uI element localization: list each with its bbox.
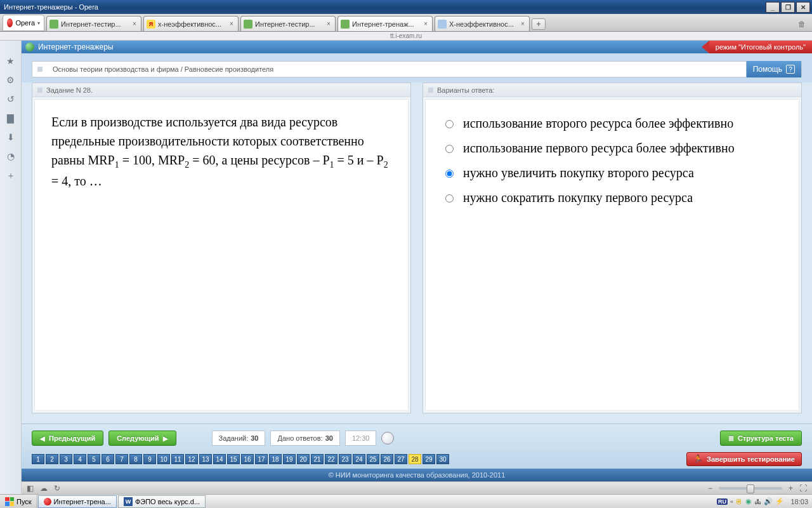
question-number-button[interactable]: 22 [325,454,337,464]
question-number-button[interactable]: 5 [88,454,100,464]
window-buttons: _ ❐ ✕ [766,2,810,13]
battery-icon[interactable]: ⚡ [775,497,784,505]
add-panel-icon[interactable]: ＋ [6,170,15,182]
favicon-icon [244,20,252,29]
restore-button[interactable]: ❐ [781,2,795,13]
answer-option[interactable]: нужно увеличить покупку второго ресурса [442,166,782,180]
test-structure-button[interactable]: ≣ Структура теста [720,431,802,446]
zoom-in-icon[interactable]: + [789,484,793,493]
cloud-icon[interactable]: ☁ [40,484,48,493]
browser-tab[interactable]: Ях-неэффективнос...× [143,16,239,31]
taskbar-item[interactable]: Интернет-трена... [38,495,117,508]
question-number-button[interactable]: 28 [409,454,421,464]
question-number-button[interactable]: 21 [311,454,324,464]
start-button[interactable]: Пуск [0,495,37,509]
tab-close-icon[interactable]: × [519,20,527,27]
fit-width-icon[interactable]: ⛶ [799,484,807,493]
question-number-button[interactable]: 18 [269,454,282,464]
question-number-button[interactable]: 15 [227,454,240,464]
question-number-button[interactable]: 26 [381,454,393,464]
browser-panel-sidebar: ★ ⚙ ↺ ▇ ⬇ ◔ ＋ [0,41,22,494]
question-number-button[interactable]: 27 [395,454,407,464]
browser-tab[interactable]: Х-неэффективнос...× [435,16,530,31]
question-number-button[interactable]: 16 [241,454,254,464]
answers-panel: Варианты ответа: использование второго р… [422,83,802,413]
tab-close-icon[interactable]: × [325,20,332,27]
question-number-button[interactable]: 30 [436,454,449,464]
question-number-button[interactable]: 25 [367,454,379,464]
word-icon: W [124,497,133,506]
tab-close-icon[interactable]: × [131,20,138,27]
note-icon[interactable]: ▇ [7,113,14,123]
question-number-button[interactable]: 8 [129,454,142,464]
antivirus-icon[interactable]: ◉ [745,497,752,505]
page-title: Интернет-тренажеры [38,43,114,51]
answer-option[interactable]: нужно сократить покупку первого ресурса [442,190,782,205]
answer-radio[interactable] [445,170,454,178]
sync-icon[interactable]: ↺ [7,94,15,104]
question-number-button[interactable]: 19 [283,454,296,464]
gear-icon[interactable]: ⚙ [6,75,15,85]
question-number-button[interactable]: 12 [185,454,198,464]
question-number-button[interactable]: 7 [115,454,128,464]
tab-close-icon[interactable]: × [228,20,235,27]
question-number-button[interactable]: 14 [213,454,226,464]
star-icon[interactable]: ★ [6,56,15,66]
minimize-button[interactable]: _ [766,2,780,13]
question-number-button[interactable]: 9 [143,454,156,464]
browser-tab[interactable]: Интернет-тренаж...× [337,16,433,31]
next-button[interactable]: Следующий▶ [108,431,176,446]
question-number-button[interactable]: 29 [422,454,435,464]
clock-icon [381,432,394,444]
close-button[interactable]: ✕ [796,2,810,13]
answer-text: использование второго ресурса более эффе… [463,116,733,131]
tasks-total-box: Заданий: 30 [212,431,266,446]
question-number-button[interactable]: 24 [353,454,365,464]
browser-tab[interactable]: Интернет-тестир...× [240,16,336,31]
question-number-button[interactable]: 20 [297,454,310,464]
prev-button[interactable]: ◀Предыдущий [32,431,103,446]
chevron-down-icon: ▾ [37,20,40,26]
answer-radio[interactable] [445,120,454,128]
question-number-button[interactable]: 1 [32,454,44,464]
tab-label: х-неэффективнос... [158,20,225,28]
opera-menu-label: Opera [15,19,35,27]
question-number-button[interactable]: 17 [255,454,268,464]
zoom-slider[interactable] [719,487,782,490]
opera-menu-button[interactable]: Opera ▾ [3,15,44,31]
zoom-out-icon[interactable]: − [708,484,712,493]
help-button[interactable]: Помощь ? [746,61,801,77]
tray-expand-icon[interactable]: « [730,498,733,505]
language-indicator[interactable]: RU [717,498,728,505]
browser-tab[interactable]: Интернет-тестир...× [46,16,141,31]
app-header: Интернет-тренажеры режим "Итоговый контр… [22,41,812,53]
question-number-button[interactable]: 23 [339,454,351,464]
sync-status-icon[interactable]: ↻ [54,484,60,493]
question-number-button[interactable]: 4 [74,454,86,464]
finish-test-button[interactable]: 🏃Завершить тестирование [686,452,802,466]
new-tab-button[interactable]: + [532,18,546,30]
answer-option[interactable]: использование второго ресурса более эффе… [442,116,782,131]
question-number-button[interactable]: 10 [157,454,170,464]
answer-radio[interactable] [445,194,454,203]
tab-close-icon[interactable]: × [422,20,429,27]
answer-radio[interactable] [445,145,454,153]
shield-icon[interactable]: ⛨ [736,498,743,505]
question-panel-title: Задание N 28. [46,86,93,94]
question-number-button[interactable]: 3 [60,454,72,464]
clock[interactable]: 18:03 [787,498,808,505]
answer-option[interactable]: использование первого ресурса более эффе… [442,141,782,156]
history-icon[interactable]: ◔ [7,151,15,161]
question-number-button[interactable]: 6 [102,454,114,464]
favicon-icon [341,20,350,29]
download-icon[interactable]: ⬇ [7,132,15,142]
question-number-button[interactable]: 11 [171,454,184,464]
network-icon[interactable]: 🖧 [754,498,761,505]
panel-toggle-icon[interactable]: ◧ [27,484,34,493]
closed-tabs-icon[interactable]: 🗑 [798,20,809,31]
volume-icon[interactable]: 🔊 [764,497,773,505]
answers-panel-title: Варианты ответа: [437,86,494,94]
question-number-button[interactable]: 2 [46,454,58,464]
taskbar-item[interactable]: WФЭПО весь курс.d... [118,495,206,508]
question-number-button[interactable]: 13 [199,454,212,464]
